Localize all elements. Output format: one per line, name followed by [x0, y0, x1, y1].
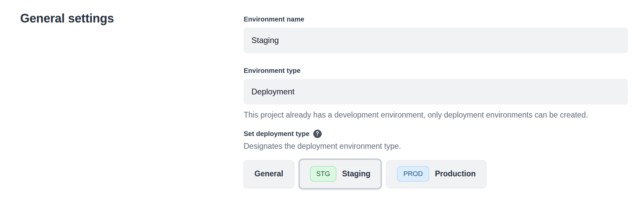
deployment-type-option-production-label: Production: [435, 169, 476, 178]
deployment-type-label: Set deployment type: [244, 130, 310, 138]
page-title: General settings: [20, 11, 244, 26]
general-settings-page: General settings Environment name Enviro…: [0, 0, 644, 189]
environment-name-label: Environment name: [244, 15, 628, 23]
deployment-type-option-staging[interactable]: STG Staging: [298, 159, 382, 189]
settings-form: Environment name Environment type This p…: [244, 11, 628, 189]
environment-name-input[interactable]: [244, 28, 628, 53]
question-mark-icon[interactable]: ?: [313, 130, 322, 138]
settings-section-header: General settings: [20, 11, 244, 189]
production-badge: PROD: [397, 166, 429, 182]
deployment-type-option-general[interactable]: General: [244, 160, 294, 188]
environment-type-input[interactable]: [244, 79, 628, 104]
environment-type-help-text: This project already has a development e…: [244, 110, 613, 121]
deployment-type-option-general-label: General: [254, 169, 283, 178]
staging-badge: STG: [310, 166, 336, 182]
deployment-type-option-staging-label: Staging: [342, 169, 370, 178]
deployment-type-option-production[interactable]: PROD Production: [386, 160, 486, 188]
deployment-type-options: General STG Staging PROD Production: [244, 159, 628, 189]
environment-type-label: Environment type: [244, 67, 628, 75]
deployment-type-description: Designates the deployment environment ty…: [244, 142, 628, 151]
deployment-type-label-row: Set deployment type ?: [244, 130, 628, 138]
